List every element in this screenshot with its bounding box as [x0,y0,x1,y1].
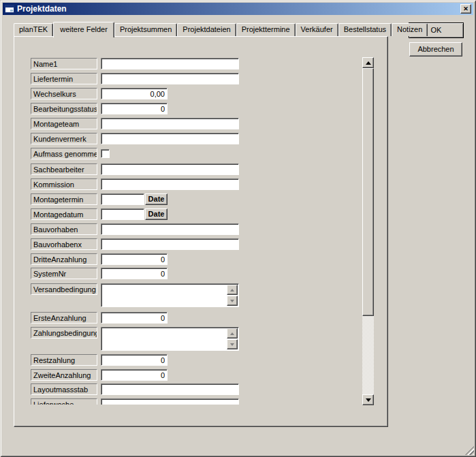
scrollbar-up-button[interactable] [362,57,374,68]
field-label: Restzahlung [31,354,97,366]
form-row: Zahlungsbedingung [31,327,239,351]
form-row: Kommission [31,178,239,190]
tab-notizen[interactable]: Notizen [392,23,428,36]
versandbedingung-field [101,283,239,307]
form-scroll-area: Name1 Liefertermin Wechselkurs Bearbeitu… [31,58,362,405]
form-row: Kundenvermerk [31,133,239,144]
layoutmassstab-input[interactable] [101,383,239,395]
bauvorhabenx-input[interactable] [101,238,239,250]
tab-bestellstatus[interactable]: Bestellstatus [338,23,392,36]
scrollbar-thumb[interactable] [362,68,374,316]
form-row: Aufmass genommen [31,148,110,159]
tab-verkaeufer[interactable]: Verkäufer [296,23,338,36]
field-label: Layoutmassstab [31,383,97,395]
form-row: ErsteAnzahlung [31,312,168,324]
form-row: Bearbeitungsstatus [31,103,168,114]
systemnr-input[interactable] [101,268,168,279]
liefertermin-input[interactable] [101,73,239,84]
field-label: Bauvorhaben [31,223,97,235]
form-row: Restzahlung [31,354,168,366]
kundenvermerk-input[interactable] [101,133,239,144]
field-label: Zahlungsbedingung [31,327,97,338]
zweiteanzahlung-input[interactable] [101,369,168,381]
field-label: DritteAnzahlung [31,253,97,265]
scroll-down-button[interactable] [227,339,238,349]
field-label: SystemNr [31,268,97,279]
sachbearbeiter-input[interactable] [101,163,239,175]
form-row: Versandbedingung [31,283,239,307]
abbrechen-button[interactable]: Abbrechen [409,42,462,57]
field-label: Wechselkurs [31,88,97,99]
arrow-up-icon [230,332,234,335]
resize-grip[interactable] [465,446,474,455]
montagetermin-input[interactable] [101,193,144,205]
zahlungsbedingung-field [101,327,239,351]
montagedatum-input[interactable] [101,208,144,220]
field-label: Name1 [31,58,97,69]
form-row: Liefertermin [31,73,239,84]
form-row: DritteAnzahlung [31,253,168,265]
bearbeitungsstatus-input[interactable] [101,103,168,114]
field-label: Montagetermin [31,193,97,205]
ersteanzahlung-input[interactable] [101,312,168,324]
field-label: Sachbearbeiter [31,163,97,175]
field-label: Lieferwoche [31,398,97,405]
tab-strip: planTEK weitere Felder Projektsummen Pro… [14,20,428,36]
field-label: Kommission [31,178,97,190]
arrow-up-icon [366,61,371,65]
form-row: Bauvorhabenx [31,238,239,250]
montageteam-input[interactable] [101,118,239,129]
tab-projektdateien[interactable]: Projektdateien [177,23,236,36]
montagetermin-date-button[interactable]: Date [145,193,168,205]
field-label: Versandbedingung [31,283,97,295]
form-row: Wechselkurs [31,88,168,99]
arrow-down-icon [230,343,234,346]
form-row: Name1 [31,58,239,69]
scroll-up-button[interactable] [227,328,238,338]
arrow-up-icon [230,289,234,291]
close-button[interactable]: ✕ [460,4,471,14]
field-label: Liefertermin [31,73,97,84]
lieferwoche-input[interactable] [101,398,239,405]
arrow-down-icon [366,398,371,402]
form-row: Lieferwoche [31,398,239,405]
field-label: Bearbeitungsstatus [31,103,97,114]
zahlungsbedingung-textarea[interactable] [102,328,226,349]
versandbedingung-textarea[interactable] [102,285,226,306]
bauvorhaben-input[interactable] [101,223,239,235]
tab-weitere-felder[interactable]: weitere Felder [53,22,114,37]
field-label: Montageteam [31,118,97,129]
field-label: Bauvorhabenx [31,238,97,250]
scroll-down-button[interactable] [227,296,238,306]
form-row: Montageteam [31,118,239,129]
form-row: Bauvorhaben [31,223,239,235]
textarea-scrollbar [227,285,238,306]
kommission-input[interactable] [101,178,239,190]
form-vertical-scrollbar[interactable] [362,57,374,405]
field-label: ErsteAnzahlung [31,312,97,324]
close-icon: ✕ [463,6,469,12]
arrow-down-icon [230,300,234,302]
aufmass-genommen-checkbox[interactable] [101,149,110,158]
textarea-scrollbar [227,328,238,350]
form-row: ZweiteAnzahlung [31,369,168,381]
form-row: Layoutmassstab [31,383,239,395]
name1-input[interactable] [101,58,239,69]
field-label: ZweiteAnzahlung [31,369,97,381]
tab-plantek[interactable]: planTEK [14,23,53,36]
window-title: Projektdaten [17,4,460,14]
tab-projektsummen[interactable]: Projektsummen [114,23,177,36]
tab-projekttermine[interactable]: Projekttermine [236,23,296,36]
titlebar: Projektdaten ✕ [3,3,473,15]
form-row: Montagetermin Date [31,193,168,205]
scroll-up-button[interactable] [227,285,238,295]
restzahlung-input[interactable] [101,354,168,366]
dritteanzahlung-input[interactable] [101,253,168,265]
form-row: Montagedatum Date [31,208,168,220]
scrollbar-down-button[interactable] [362,394,374,405]
window-icon [5,5,14,13]
montagedatum-date-button[interactable]: Date [145,208,168,220]
field-label: Kundenvermerk [31,133,97,144]
wechselkurs-input[interactable] [101,88,168,99]
projektdaten-dialog: Projektdaten ✕ planTEK weitere Felder Pr… [0,0,476,457]
